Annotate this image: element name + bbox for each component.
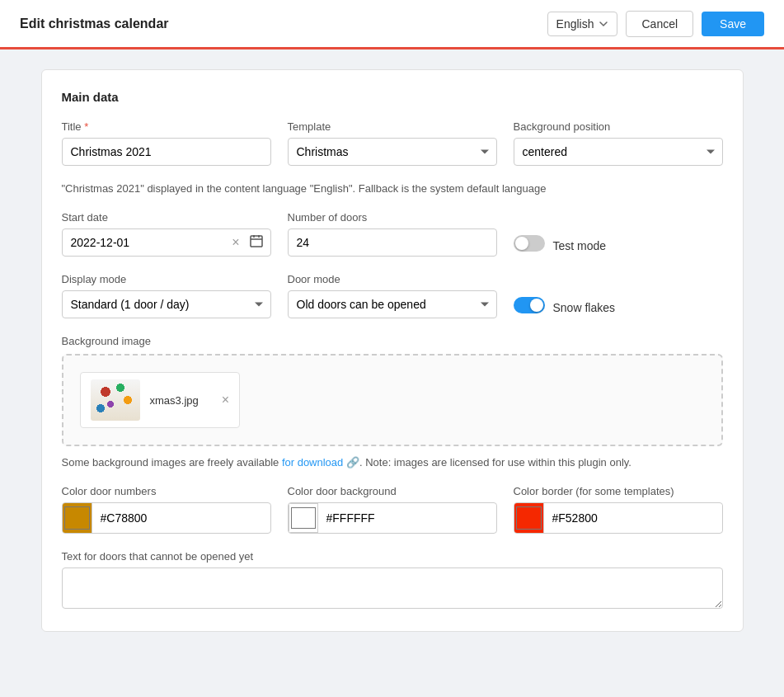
color-door-numbers-input[interactable] xyxy=(92,505,270,531)
color-border-input[interactable] xyxy=(544,505,722,531)
download-link[interactable]: for download xyxy=(282,456,343,469)
bg-position-select[interactable]: centeredtopbottom xyxy=(514,138,723,166)
snow-flakes-toggle-wrapper: Snow flakes xyxy=(514,289,723,318)
door-mode-label: Door mode xyxy=(288,273,497,285)
color-door-bg-wrapper xyxy=(288,502,497,534)
test-mode-track xyxy=(514,235,545,252)
download-prefix: Some background images are freely availa… xyxy=(62,456,282,469)
bg-image-drop-area[interactable]: xmas3.jpg × xyxy=(62,354,723,446)
test-mode-toggle[interactable] xyxy=(514,235,545,252)
row-title-template-bgpos: Title * Template ChristmasClassicModern … xyxy=(62,120,723,166)
template-select[interactable]: ChristmasClassicModern xyxy=(288,138,497,166)
test-mode-thumb xyxy=(515,237,528,250)
download-note: . Note: images are licensed for use with… xyxy=(359,456,631,469)
language-selector[interactable]: English xyxy=(547,12,618,36)
test-mode-label: Test mode xyxy=(553,239,607,252)
doors-text-input[interactable] xyxy=(62,567,723,609)
bg-image-label: Background image xyxy=(62,335,723,347)
template-label: Template xyxy=(288,120,497,133)
download-info: Some background images are freely availa… xyxy=(62,456,723,469)
section-title: Main data xyxy=(62,90,723,104)
color-door-numbers-swatch[interactable] xyxy=(63,503,92,533)
start-date-label: Start date xyxy=(62,211,271,224)
color-door-bg-input[interactable] xyxy=(318,505,496,531)
page-content: Main data Title * Template ChristmasClas… xyxy=(21,49,763,652)
doors-text-label: Text for doors that cannot be opened yet xyxy=(62,550,723,563)
color-border-label: Color border (for some templates) xyxy=(514,485,723,497)
save-button[interactable]: Save xyxy=(702,12,764,36)
color-border-group: Color border (for some templates) xyxy=(514,485,723,534)
cancel-button[interactable]: Cancel xyxy=(626,11,693,37)
test-mode-toggle-wrapper: Test mode xyxy=(514,227,723,257)
color-door-bg-label: Color door background xyxy=(288,485,497,497)
color-door-bg-group: Color door background xyxy=(288,485,497,534)
remove-image-button[interactable]: × xyxy=(222,393,229,407)
display-mode-select[interactable]: Standard (1 door / day)All doors visible xyxy=(62,290,271,318)
snow-flakes-label: Snow flakes xyxy=(553,301,615,314)
door-mode-select[interactable]: Old doors can be openedOnly today's door xyxy=(288,290,497,318)
num-doors-group: Number of doors xyxy=(288,211,497,257)
clear-date-button[interactable]: × xyxy=(230,234,241,251)
snow-flakes-thumb xyxy=(530,299,543,312)
page-title: Edit christmas calendar xyxy=(20,16,169,31)
doors-text-group: Text for doors that cannot be opened yet xyxy=(62,550,723,611)
color-row: Color door numbers Color door background… xyxy=(62,485,723,534)
main-data-card: Main data Title * Template ChristmasClas… xyxy=(41,69,744,632)
title-input[interactable] xyxy=(62,138,271,166)
display-mode-group: Display mode Standard (1 door / day)All … xyxy=(62,273,271,318)
row-displaymode-doormode-snow: Display mode Standard (1 door / day)All … xyxy=(62,273,723,318)
color-door-bg-swatch[interactable] xyxy=(289,503,318,533)
bg-position-select-wrapper: centeredtopbottom xyxy=(514,138,723,166)
color-door-numbers-wrapper xyxy=(62,502,271,534)
calendar-icon xyxy=(250,234,263,247)
top-bar-actions: English Cancel Save xyxy=(547,11,764,37)
language-label: English xyxy=(556,17,594,31)
bg-position-label: Background position xyxy=(514,120,723,133)
color-border-wrapper xyxy=(514,502,723,534)
door-mode-group: Door mode Old doors can be openedOnly to… xyxy=(288,273,497,318)
svg-rect-0 xyxy=(251,236,262,247)
top-bar: Edit christmas calendar English Cancel S… xyxy=(0,0,784,49)
bg-position-group: Background position centeredtopbottom xyxy=(514,120,723,166)
image-filename: xmas3.jpg xyxy=(150,394,199,407)
calendar-button[interactable] xyxy=(248,233,265,252)
display-mode-label: Display mode xyxy=(62,273,271,285)
image-thumb-inner xyxy=(91,379,140,421)
required-marker: * xyxy=(82,120,89,133)
chevron-down-icon xyxy=(599,19,608,29)
info-text: "Christmas 2021" displayed in the conten… xyxy=(62,182,723,195)
num-doors-input[interactable] xyxy=(288,228,497,257)
row-startdate-numdoors-testmode: Start date × Number of doors xyxy=(62,211,723,257)
start-date-group: Start date × xyxy=(62,211,271,257)
snow-flakes-group: Snow flakes xyxy=(514,273,723,318)
template-select-wrapper: ChristmasClassicModern xyxy=(288,138,497,166)
bg-image-group: Background image xmas3.jpg × xyxy=(62,335,723,446)
snow-flakes-toggle[interactable] xyxy=(514,297,545,313)
color-border-swatch[interactable] xyxy=(514,503,544,533)
door-mode-select-wrapper: Old doors can be openedOnly today's door xyxy=(288,290,497,318)
start-date-wrapper: × xyxy=(62,228,271,257)
title-group: Title * xyxy=(62,120,271,166)
color-door-numbers-group: Color door numbers xyxy=(62,485,271,534)
num-doors-label: Number of doors xyxy=(288,211,497,224)
template-group: Template ChristmasClassicModern xyxy=(288,120,497,166)
snow-flakes-track xyxy=(514,297,545,313)
color-door-numbers-label: Color door numbers xyxy=(62,485,271,497)
image-thumbnail xyxy=(91,379,140,421)
display-mode-select-wrapper: Standard (1 door / day)All doors visible xyxy=(62,290,271,318)
title-label: Title * xyxy=(62,120,271,133)
image-item: xmas3.jpg × xyxy=(80,372,241,428)
test-mode-group: Test mode xyxy=(514,211,723,257)
